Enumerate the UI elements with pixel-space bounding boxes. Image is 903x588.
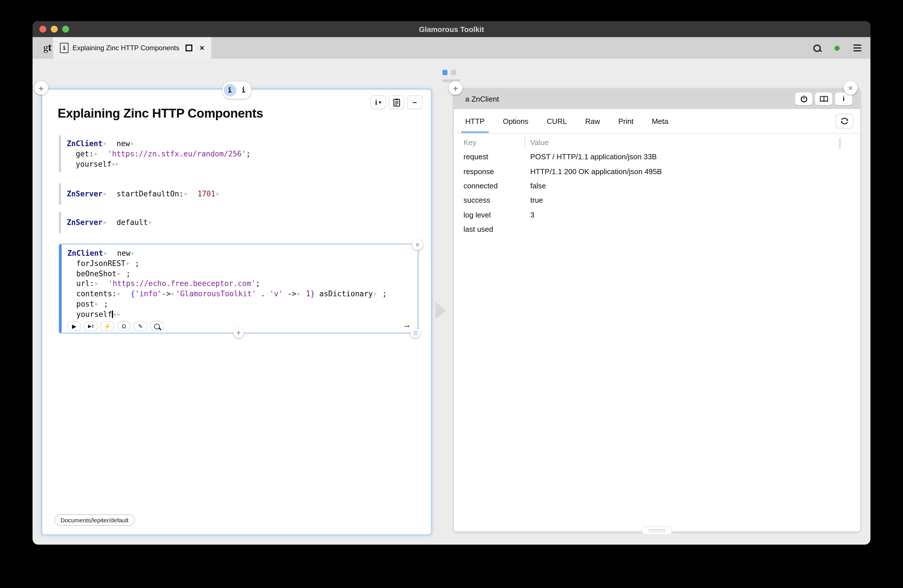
close-pane-button[interactable]: ✕ [844, 81, 857, 95]
close-tab-icon[interactable]: ✕ [199, 44, 205, 52]
app-window: Glamorous Toolkit gt ï Explaining Zinc H… [33, 21, 870, 545]
message-marker-icon: ▶ [94, 281, 99, 286]
code-line: forJsonREST▶ ; [68, 259, 418, 269]
detach-tab-icon[interactable] [186, 44, 192, 51]
inspector-tabs: HTTPOptionsCURLRawPrintMeta [454, 109, 860, 134]
database-badge[interactable]: Documents/lepiter/default [54, 514, 135, 526]
message-marker-icon: ▶ [116, 271, 121, 276]
inspector-tab-options[interactable]: Options [499, 109, 533, 133]
add-snippet-button[interactable]: + [233, 328, 244, 338]
debug-button[interactable]: ⚡ [101, 321, 114, 331]
result-dot-icon: ● [216, 191, 219, 197]
row-value: HTTP/1.1 200 OK application/json 495B [530, 167, 860, 176]
message-marker-icon: ▶ [373, 291, 378, 296]
inspector-tab-print[interactable]: Print [614, 109, 637, 133]
message-marker-icon: ▶ [126, 261, 131, 266]
row-key: request [454, 153, 530, 161]
table-row[interactable]: responseHTTP/1.1 200 OK application/json… [454, 164, 860, 179]
table-header: Key Value [454, 135, 860, 149]
power-button[interactable] [795, 93, 812, 105]
table-row[interactable]: successtrue [454, 193, 860, 208]
inspector-tab-curl[interactable]: CURL [543, 109, 571, 133]
tab-explaining-zinc-http-components[interactable]: ï Explaining Zinc HTTP Components ✕ [53, 37, 211, 59]
code-line: post▶ ; [68, 299, 418, 310]
screen: Glamorous Toolkit gt ï Explaining Zinc H… [0, 0, 903, 588]
row-key: connected [454, 182, 530, 190]
titlebar[interactable]: Glamorous Toolkit [33, 21, 870, 37]
page-menu-button[interactable]: i▾ [370, 95, 386, 109]
row-value: 3 [530, 211, 860, 219]
inspector-actions: i [795, 93, 852, 105]
page-view-toggle: ĭ i [222, 82, 251, 99]
code-line: yourself●▶ [68, 310, 418, 320]
status-dot-icon [834, 46, 840, 50]
gt-logo[interactable]: gt [33, 37, 53, 59]
table-row[interactable]: log level3 [454, 208, 860, 222]
zoom-window-button[interactable] [62, 26, 69, 33]
snippet-3[interactable]: ZnServer▶ default▶ [59, 212, 418, 233]
collapse-button[interactable]: − [407, 95, 422, 109]
page-view-document-icon[interactable]: ĭ [223, 84, 236, 96]
snippet-2[interactable]: ZnServer▶ startDefaultOn:▶ 1701● [59, 183, 418, 205]
message-marker-icon: ▶ [184, 191, 189, 197]
search-icon[interactable] [813, 44, 821, 52]
scrollbar-thumb[interactable] [839, 138, 841, 149]
column-header-value: Value [530, 138, 860, 146]
page-icon: ï [60, 43, 69, 53]
refresh-button[interactable] [835, 113, 853, 129]
pager-page-active[interactable] [442, 70, 447, 75]
message-marker-icon: ▶ [103, 251, 108, 256]
message-marker-icon: ▶ [102, 141, 108, 146]
edit-button[interactable]: ✎ [134, 321, 147, 331]
add-pane-button-right[interactable]: + [448, 81, 463, 95]
bang-button[interactable]: Ω [117, 321, 131, 331]
close-window-button[interactable] [39, 26, 46, 33]
close-snippet-button[interactable]: ✕ [412, 239, 423, 250]
message-marker-icon: ▶ [131, 251, 135, 256]
code-line: ZnServer▶ default▶ [67, 217, 418, 228]
inspector-tab-meta[interactable]: Meta [648, 109, 672, 133]
row-key: success [454, 196, 530, 204]
table-row[interactable]: requestPOST / HTTP/1.1 application/json … [454, 149, 860, 164]
message-marker-icon: ▶ [102, 191, 108, 197]
table-row[interactable]: connectedfalse [454, 179, 860, 193]
table-row[interactable]: last used [454, 222, 860, 237]
result-dot-icon: ● [112, 161, 115, 167]
copy-button[interactable] [389, 95, 404, 109]
inspector-tab-raw[interactable]: Raw [581, 109, 604, 133]
result-dot-icon: ● [113, 312, 116, 317]
code-line: url:▶ 'https://echo.free.beeceptor.com'; [68, 279, 418, 289]
expand-pane-arrow[interactable] [436, 302, 446, 319]
page-view-info-icon[interactable]: i [237, 84, 250, 96]
hamburger-menu-icon[interactable] [853, 44, 861, 51]
inspect-i-icon: i [92, 324, 93, 329]
magnifier-icon [154, 323, 160, 329]
code-line: yourself●▶ [67, 159, 418, 169]
message-marker-icon: ▶ [94, 151, 99, 156]
row-value: false [530, 182, 860, 190]
snippet-1[interactable]: ZnClient▶ new▶ get:▶ 'https://zn.stfx.eu… [59, 135, 418, 173]
examine-button[interactable] [150, 321, 164, 331]
resize-handle[interactable] [642, 526, 672, 535]
tab-label: Explaining Zinc HTTP Components [72, 44, 179, 52]
pager-page-inactive[interactable] [451, 70, 456, 75]
code-line: ZnServer▶ startDefaultOn:▶ 1701● [67, 189, 418, 199]
minimize-window-button[interactable] [51, 26, 58, 33]
tabbar-actions [813, 37, 861, 59]
add-pane-button-left[interactable]: + [34, 81, 48, 95]
refresh-icon [840, 118, 849, 124]
message-marker-icon: ▶ [115, 161, 120, 167]
code-line: beOneShot▶ ; [68, 269, 418, 279]
inspector-pane: a ZnClient i HTTPOptionsCURLRawPrintMeta [454, 88, 860, 531]
result-arrow-button[interactable]: → [403, 320, 411, 329]
pane-pager[interactable] [442, 68, 460, 82]
document-actions: i▾ − [370, 95, 422, 109]
docs-button[interactable] [815, 93, 832, 105]
inspector-tab-http[interactable]: HTTP [461, 109, 489, 133]
snippet-menu-handle[interactable] [411, 328, 420, 338]
message-marker-icon: ▶ [94, 302, 99, 307]
play-inspect-button[interactable]: ▶i [84, 321, 98, 331]
snippet-4[interactable]: ZnClient▶ new▶ forJsonREST▶ ; beOneShot▶… [59, 244, 418, 333]
code-line: ZnClient▶ new▶ [67, 139, 418, 149]
play-button[interactable]: ▶ [68, 321, 81, 331]
